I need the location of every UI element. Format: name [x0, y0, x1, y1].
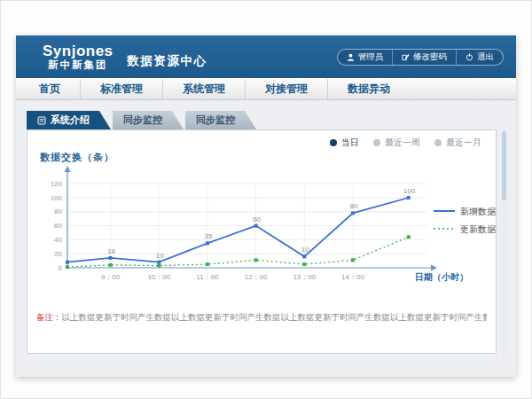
user-icon: [347, 53, 355, 61]
data-point: [351, 258, 355, 262]
data-point: [407, 196, 411, 200]
time-range-filter: 当日 最近一周 最近一月: [330, 137, 481, 149]
footnote: 备注：以上数据更新于时间产生数据以上数据更新于时间产生数据以上数据更新于时间产生…: [36, 312, 487, 324]
svg-text:120: 120: [51, 180, 63, 188]
brand-logo: Synjones 新中新集团: [43, 43, 113, 71]
svg-text:9：00: 9：00: [101, 273, 121, 281]
logout-button[interactable]: 退出: [456, 50, 503, 65]
brand-logo-text: Synjones: [43, 43, 113, 59]
app-header: Synjones 新中新集团 数据资源中心 管理员 修改密码 退出: [16, 35, 516, 78]
footnote-prefix: 备注：: [36, 312, 62, 322]
page-title: 数据资源中心: [128, 53, 207, 69]
svg-text:80: 80: [54, 207, 62, 215]
data-label: 10: [156, 252, 164, 260]
radio-label: 最近一周: [385, 137, 420, 149]
tab-sync-monitor-2[interactable]: 同步监控: [185, 111, 256, 129]
data-point: [351, 211, 355, 215]
brand-logo-subtext: 新中新集团: [43, 59, 113, 70]
data-point: [407, 235, 411, 239]
nav-item-standard-management[interactable]: 标准管理: [80, 79, 162, 99]
radio-dot-icon: [434, 139, 442, 146]
edit-icon: [402, 53, 410, 61]
tab-label: 系统介绍: [51, 111, 90, 129]
footnote-text: 以上数据更新于时间产生数据以上数据更新于时间产生数据以上数据更新于时间产生数据以…: [62, 312, 488, 322]
chart-panel: 当日 最近一周 最近一月 数据交换（条） 0204060801001209：00…: [27, 129, 497, 354]
svg-text:20: 20: [54, 250, 62, 258]
data-point: [302, 254, 306, 258]
svg-text:新增数据: 新增数据: [460, 207, 497, 216]
radio-today[interactable]: 当日: [330, 137, 359, 149]
content-area: 系统介绍 同步监控 同步监控 当日 最近一周: [16, 100, 516, 376]
data-point: [157, 264, 160, 268]
data-point: [254, 258, 258, 262]
data-point: [66, 261, 69, 264]
radio-label: 当日: [341, 137, 359, 149]
gridlines: [67, 184, 426, 268]
user-menu-button[interactable]: 管理员: [338, 50, 393, 65]
radio-dot-selected-icon: [330, 139, 337, 146]
panel-scrollbar: [501, 129, 507, 354]
tab-system-intro[interactable]: 系统介绍: [27, 111, 111, 129]
tab-bar: 系统介绍 同步监控 同步监控: [27, 111, 256, 129]
axes: [65, 166, 438, 271]
svg-text:12：00: 12：00: [245, 273, 268, 281]
main-nav: 首页 标准管理 系统管理 对接管理 数据异动: [16, 78, 516, 100]
app-window: Synjones 新中新集团 数据资源中心 管理员 修改密码 退出 首页 标准管…: [16, 35, 516, 377]
legend-item-0[interactable]: 新增数据: [434, 207, 497, 216]
series-1: [66, 235, 411, 269]
data-point: [157, 261, 160, 264]
data-point: [206, 241, 209, 245]
data-point: [109, 263, 113, 267]
user-toolbar: 管理员 修改密码 退出: [337, 49, 505, 66]
data-point: [109, 256, 113, 260]
nav-item-system-management[interactable]: 系统管理: [162, 79, 245, 99]
tab-label: 同步监控: [123, 114, 162, 125]
user-label: 管理员: [358, 51, 384, 63]
radio-label: 最近一月: [446, 137, 481, 149]
x-axis-title: 日期（小时）: [415, 272, 468, 282]
data-point: [302, 262, 306, 266]
y-axis-title: 数据交换（条）: [40, 151, 114, 164]
tab-label: 同步监控: [196, 114, 235, 125]
svg-text:100: 100: [51, 194, 63, 202]
data-label: 35: [204, 232, 212, 240]
data-label: 60: [253, 215, 261, 223]
data-point: [206, 262, 209, 266]
change-password-label: 修改密码: [413, 51, 447, 63]
svg-text:60: 60: [54, 222, 62, 230]
scrollbar-thumb[interactable]: [502, 131, 506, 200]
tab-sync-monitor-1[interactable]: 同步监控: [113, 111, 184, 129]
data-label: 18: [107, 247, 115, 255]
power-icon: [466, 53, 473, 61]
screenshot-canvas: { "brand": { "logo": "Synjones", "logo_s…: [0, 0, 532, 399]
legend-item-1[interactable]: 更新数据: [434, 224, 497, 234]
data-point: [66, 265, 69, 269]
svg-text:10：00: 10：00: [147, 273, 170, 281]
nav-item-home[interactable]: 首页: [20, 79, 80, 99]
svg-text:40: 40: [54, 236, 62, 244]
svg-text:13：00: 13：00: [293, 273, 316, 281]
data-label: 10: [301, 246, 309, 254]
document-icon: [37, 116, 46, 125]
nav-item-interface-management[interactable]: 对接管理: [245, 79, 327, 99]
radio-dot-icon: [373, 139, 380, 146]
line-chart: 0204060801001209：0010：0011：0012：0013：001…: [27, 164, 497, 306]
data-label: 100: [403, 187, 416, 195]
data-point: [254, 224, 258, 228]
data-label: 80: [350, 202, 358, 210]
nav-item-data-changes[interactable]: 数据异动: [327, 79, 410, 99]
change-password-button[interactable]: 修改密码: [392, 50, 456, 65]
radio-last-week[interactable]: 最近一周: [373, 137, 420, 149]
radio-last-month[interactable]: 最近一月: [434, 137, 481, 149]
svg-text:更新数据: 更新数据: [460, 224, 497, 234]
svg-text:0: 0: [59, 264, 63, 272]
svg-text:11：00: 11：00: [196, 273, 219, 281]
logout-label: 退出: [477, 51, 494, 63]
svg-text:14：00: 14：00: [341, 273, 364, 281]
